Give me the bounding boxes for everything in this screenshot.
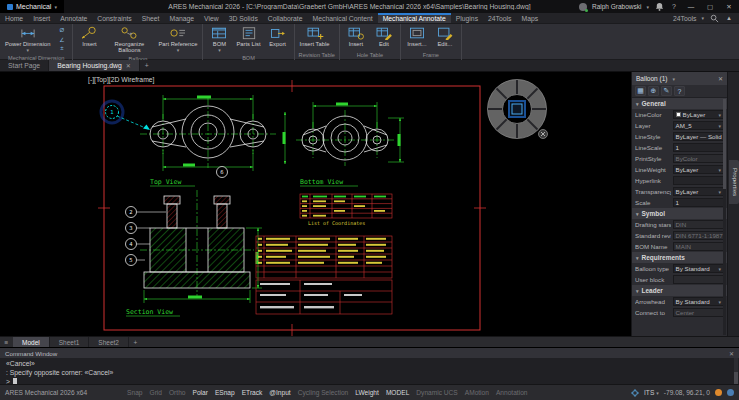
section-general[interactable]: ▾General	[632, 98, 727, 109]
drawing-area[interactable]: Top View Bottom View Section View List o…	[0, 72, 631, 336]
section-symbol[interactable]: ▾Symbol	[632, 208, 727, 219]
sheet-tab-sheet2[interactable]: Sheet2	[89, 337, 129, 347]
command-history[interactable]: «Cancel» : Specify opposite corner: «Can…	[0, 358, 739, 385]
maximize-button[interactable]: ▢	[703, 0, 717, 13]
chevron-down-icon[interactable]: ▾	[672, 76, 675, 82]
new-document-tab-button[interactable]: +	[140, 60, 154, 71]
tab-home[interactable]: Home	[0, 13, 28, 23]
reorganize-balloons-button[interactable]: Reorganize Balloons	[104, 25, 154, 55]
toggle-ortho[interactable]: Ortho	[169, 389, 186, 396]
lineweight-dropdown[interactable]: ByLayer▾	[673, 165, 724, 174]
tab-view[interactable]: View	[199, 13, 224, 23]
quick-select-icon[interactable]: ▦	[635, 86, 646, 96]
angle-dimension-icon[interactable]: ∠	[54, 35, 69, 43]
sheet-tab-model[interactable]: Model	[13, 337, 50, 347]
part-reference-button[interactable]: Part Reference ▾	[156, 25, 199, 54]
navigation-wheel[interactable]	[487, 79, 548, 139]
section-leader[interactable]: ▾Leader	[632, 285, 727, 296]
power-dimension-button[interactable]: Power Dimension ▾	[3, 25, 52, 54]
palette-help-icon[interactable]: ?	[674, 86, 685, 96]
toggle-cycling-selection[interactable]: Cycling Selection	[298, 389, 349, 396]
add-selection-icon[interactable]: ⊕	[648, 86, 659, 96]
command-window-header[interactable]: Command Window ✕	[0, 348, 739, 358]
tab-constraints[interactable]: Constraints	[92, 13, 136, 23]
tab-collaborate[interactable]: Collaborate	[263, 13, 308, 23]
collapse-ribbon-icon[interactable]: ▴	[724, 13, 734, 23]
doc-tab-start-page[interactable]: Start Page	[0, 60, 49, 71]
doc-tab-bearing-housing[interactable]: Bearing Housing.dwg ✕	[49, 60, 140, 71]
toggle-annotation[interactable]: Annotation	[496, 389, 528, 396]
wheel-close-button[interactable]	[539, 130, 548, 139]
tab-mechanical-annotate[interactable]: Mechanical Annotate	[378, 13, 451, 23]
palette-header[interactable]: Balloon (1) ▾ ✕	[632, 72, 727, 85]
tab-plugins[interactable]: Plugins	[451, 13, 483, 23]
selected-balloon[interactable]: 1	[101, 101, 150, 130]
search-icon[interactable]	[709, 13, 719, 23]
tolerance-dimension-icon[interactable]: ±	[54, 44, 69, 52]
tab-insert[interactable]: Insert	[28, 13, 55, 23]
section-requirements[interactable]: ▾Requirements	[632, 252, 727, 263]
help-icon[interactable]: ?	[669, 2, 679, 12]
tab-3d-solids[interactable]: 3D Solids	[224, 13, 263, 23]
transparency-dropdown[interactable]: ByLayer▾	[673, 187, 724, 196]
tools-menu[interactable]: 24Tools	[673, 15, 696, 22]
avatar[interactable]	[579, 3, 587, 11]
toggle-snap[interactable]: Snap	[127, 389, 142, 396]
minimize-button[interactable]: —	[684, 0, 698, 13]
user-chevron-icon[interactable]: ▾	[646, 4, 649, 10]
notification-bell-icon[interactable]	[654, 2, 664, 12]
toggle-esnap[interactable]: ESnap	[215, 389, 235, 396]
insert-hole-table-button[interactable]: Insert	[343, 25, 369, 48]
property-row-hyperlink: Hyperlink	[632, 175, 727, 186]
insert-revision-table-button[interactable]: Insert Table	[298, 25, 332, 48]
user-name[interactable]: Ralph Grabowski	[592, 3, 642, 10]
edit-properties-icon[interactable]: ✎	[661, 86, 672, 96]
close-button[interactable]: ✕	[722, 0, 736, 13]
tab-mechanical-content[interactable]: Mechanical Content	[308, 13, 378, 23]
export-button[interactable]: Export	[265, 25, 291, 48]
tab-manage[interactable]: Manage	[165, 13, 200, 23]
cloud-status-icon[interactable]	[715, 389, 722, 396]
hyperlink-field[interactable]	[673, 176, 724, 185]
insert-balloon-button[interactable]: Insert	[76, 25, 102, 48]
viewport-controls[interactable]: [-][Top][2D Wireframe]	[88, 76, 154, 83]
balloon-type-dropdown[interactable]: By Standard▾	[673, 264, 724, 273]
linescale-field[interactable]: 1	[673, 143, 724, 152]
command-scrollbar[interactable]	[734, 358, 738, 385]
layer-dropdown[interactable]: AM_5▾	[673, 121, 724, 130]
palette-scrollbar[interactable]	[723, 99, 726, 335]
close-palette-icon[interactable]: ✕	[718, 75, 723, 82]
tab-annotate[interactable]: Annotate	[55, 13, 92, 23]
app-menu-button[interactable]: Mechanical ▾	[0, 0, 64, 13]
linecolor-dropdown[interactable]: ByLayer▾	[673, 110, 724, 119]
units-mode-dropdown[interactable]: ITS▾	[644, 389, 659, 396]
toggle-lweight[interactable]: LWeight	[355, 389, 379, 396]
close-tab-icon[interactable]: ✕	[126, 62, 131, 69]
diameter-dimension-icon[interactable]: Ø	[54, 26, 69, 34]
sheet-tab-sheet1[interactable]: Sheet1	[50, 337, 90, 347]
toggle-etrack[interactable]: ETrack	[242, 389, 263, 396]
toggle-amotion[interactable]: AMotion	[465, 389, 489, 396]
toggle-model[interactable]: MODEL	[386, 389, 409, 396]
edit-frame-button[interactable]: Edit...	[432, 25, 458, 48]
close-command-window-icon[interactable]: ✕	[729, 350, 734, 357]
linestyle-dropdown[interactable]: ByLayer — Solid line▾	[673, 132, 724, 141]
feedback-icon[interactable]	[727, 389, 734, 396]
arrowhead-dropdown[interactable]: By Standard▾	[673, 297, 724, 306]
parts-list-button[interactable]: Parts List	[234, 25, 262, 48]
tab-24tools[interactable]: 24Tools	[483, 13, 516, 23]
insert-frame-button[interactable]: Insert...	[404, 25, 430, 48]
toggle-polar[interactable]: Polar	[192, 389, 207, 396]
sheet-list-icon[interactable]: ≡	[0, 337, 13, 347]
toggle-grid[interactable]: Grid	[150, 389, 162, 396]
drawing-canvas[interactable]: Top View Bottom View Section View List o…	[0, 72, 631, 336]
scale-field[interactable]: 1	[673, 198, 724, 207]
bom-button[interactable]: BOM ▾	[206, 25, 232, 54]
properties-side-tab[interactable]: Properties	[729, 160, 739, 204]
toggle-dynamic-ucs[interactable]: Dynamic UCS	[416, 389, 457, 396]
tab-sheet[interactable]: Sheet	[137, 13, 165, 23]
tab-maps[interactable]: Maps	[516, 13, 543, 23]
add-sheet-button[interactable]: +	[129, 337, 142, 347]
edit-hole-table-button[interactable]: Edit	[371, 25, 397, 48]
toggle-input[interactable]: @Input	[269, 389, 290, 396]
